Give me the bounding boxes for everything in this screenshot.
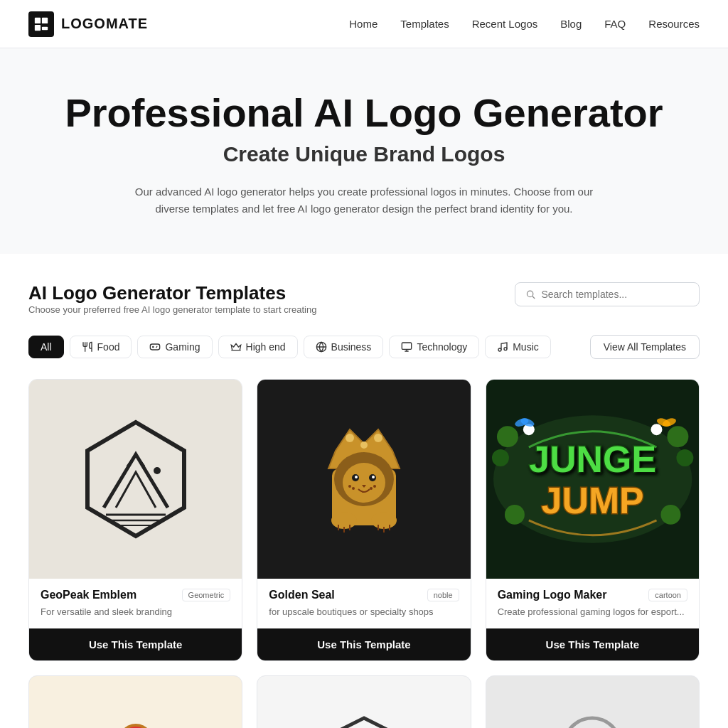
card-image-golden-seal (257, 380, 470, 579)
card-tag-gaming-logo: cartoon (648, 589, 687, 601)
search-box[interactable] (515, 282, 700, 306)
svg-point-4 (527, 291, 532, 296)
nav-templates[interactable]: Templates (400, 18, 449, 30)
bottom-card-2: LOGO (257, 675, 471, 728)
card-image-geopeak (29, 380, 242, 579)
svg-point-30 (373, 485, 376, 488)
svg-point-42 (667, 426, 688, 447)
svg-point-25 (355, 476, 358, 478)
hero-title: Professional AI Logo Generator (14, 91, 714, 135)
card-gaming-logo: JUNGE JUMP Gaming Logo Maker cartoon Cre… (486, 379, 700, 661)
hero-subtitle: Create Unique Brand Logos (14, 142, 714, 166)
card-name-golden-seal: Golden Seal (269, 589, 334, 601)
card-meta-geopeak: GeoPeak Emblem Geometric (41, 589, 230, 601)
svg-point-41 (497, 426, 518, 447)
filter-tab-food[interactable]: Food (70, 336, 132, 358)
svg-point-19 (360, 441, 368, 449)
templates-title-block: AI Logo Generator Templates Choose your … (28, 282, 316, 329)
svg-point-45 (505, 505, 525, 525)
svg-text:JUNGE: JUNGE (529, 439, 656, 480)
templates-header: AI Logo Generator Templates Choose your … (28, 282, 700, 329)
gaming-logo-svg: JUNGE JUMP (486, 401, 699, 557)
templates-title: AI Logo Generator Templates (28, 282, 316, 304)
svg-rect-6 (151, 344, 160, 350)
search-input[interactable] (541, 289, 689, 300)
nav-blog[interactable]: Blog (560, 18, 582, 30)
templates-section: AI Logo Generator Templates Choose your … (0, 254, 728, 728)
filter-tabs: All Food Gaming High end (28, 335, 700, 359)
view-all-templates-button[interactable]: View All Templates (590, 335, 700, 359)
svg-marker-64 (336, 718, 392, 728)
filter-tab-music[interactable]: Music (485, 336, 551, 358)
card-body-geopeak: GeoPeak Emblem Geometric For versatile a… (29, 579, 242, 619)
geopeak-logo-svg (65, 408, 207, 550)
svg-point-17 (346, 434, 354, 442)
brand-logo[interactable]: LOGOMATE (28, 11, 148, 37)
filter-tab-highend[interactable]: High end (218, 336, 298, 358)
svg-point-43 (492, 449, 509, 466)
svg-point-46 (660, 505, 680, 525)
filter-tab-business[interactable]: Business (304, 336, 384, 358)
svg-line-5 (532, 296, 535, 299)
nav-links: Home Templates Recent Logos Blog FAQ Res… (349, 18, 700, 30)
hero-section: Professional AI Logo Generator Create Un… (0, 48, 728, 254)
filter-tab-gaming[interactable]: Gaming (137, 336, 212, 358)
svg-rect-2 (35, 24, 41, 30)
card-tag-golden-seal: noble (427, 589, 459, 601)
card-tag-geopeak: Geometric (182, 589, 231, 601)
nav-recent-logos[interactable]: Recent Logos (472, 18, 538, 30)
svg-rect-0 (35, 17, 41, 23)
svg-point-32 (331, 512, 357, 529)
cards-grid: GeoPeak Emblem Geometric For versatile a… (28, 379, 700, 661)
monitor-icon (401, 341, 412, 353)
svg-point-26 (372, 476, 375, 478)
bottom-logo-2-svg: LOGO (328, 711, 400, 728)
svg-point-28 (348, 485, 351, 488)
card-desc-geopeak: For versatile and sleek branding (41, 606, 230, 619)
use-template-geopeak[interactable]: Use This Template (29, 628, 242, 660)
svg-point-44 (676, 449, 693, 466)
svg-point-66 (564, 718, 621, 728)
svg-point-22 (343, 463, 385, 503)
svg-point-9 (498, 348, 501, 351)
globe-icon (316, 341, 327, 353)
svg-point-18 (374, 434, 382, 442)
svg-text:JUMP: JUMP (541, 480, 643, 521)
card-desc-golden-seal: for upscale boutiques or specialty shops (269, 606, 459, 619)
nav-home[interactable]: Home (349, 18, 378, 30)
svg-point-29 (352, 487, 355, 490)
svg-point-10 (504, 348, 507, 350)
use-template-gaming-logo[interactable]: Use This Template (486, 628, 699, 660)
card-meta-gaming-logo: Gaming Logo Maker cartoon (498, 589, 687, 601)
card-name-gaming-logo: Gaming Logo Maker (498, 589, 607, 601)
bottom-card-1 (28, 675, 242, 728)
navbar: LOGOMATE Home Templates Recent Logos Blo… (0, 0, 728, 48)
brand-name: LOGOMATE (61, 16, 148, 32)
gaming-icon (149, 341, 161, 353)
filter-tab-technology[interactable]: Technology (389, 336, 479, 358)
card-golden-seal: Golden Seal noble for upscale boutiques … (257, 379, 471, 661)
svg-rect-1 (42, 17, 48, 23)
logo-icon (28, 11, 54, 37)
templates-subtitle: Choose your preferred free AI logo gener… (28, 304, 316, 315)
card-body-gaming-logo: Gaming Logo Maker cartoon Create profess… (486, 579, 699, 619)
card-body-golden-seal: Golden Seal noble for upscale boutiques … (257, 579, 470, 619)
use-template-golden-seal[interactable]: Use This Template (257, 628, 470, 660)
svg-rect-8 (402, 343, 412, 349)
card-image-gaming-logo: JUNGE JUMP (486, 380, 699, 579)
card-desc-gaming-logo: Create professional gaming logos for esp… (498, 606, 687, 619)
svg-point-33 (371, 512, 397, 529)
filter-tab-all[interactable]: All (28, 336, 64, 358)
music-icon (497, 341, 508, 353)
nav-resources[interactable]: Resources (648, 18, 700, 30)
card-geopeak: GeoPeak Emblem Geometric For versatile a… (28, 379, 242, 661)
bottom-card-3: BRAND (486, 675, 700, 728)
golden-seal-logo-svg (293, 401, 435, 557)
nav-faq[interactable]: FAQ (604, 18, 626, 30)
crown-icon (230, 341, 242, 353)
svg-point-15 (154, 467, 161, 474)
card-name-geopeak: GeoPeak Emblem (41, 589, 136, 601)
bottom-row: LOGO BRAND (28, 675, 700, 728)
food-icon (82, 341, 93, 353)
svg-marker-11 (87, 422, 184, 536)
